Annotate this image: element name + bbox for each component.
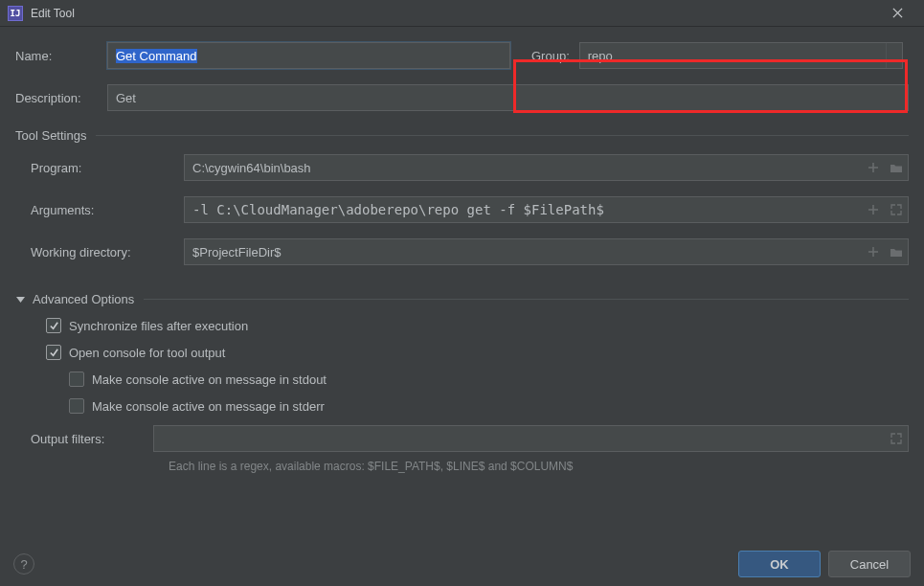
chevron-down-icon	[13, 297, 27, 303]
checkbox-sync-row: Synchronize files after execution	[46, 318, 909, 333]
ok-button[interactable]: OK	[738, 551, 821, 577]
help-icon: ?	[20, 557, 27, 572]
cancel-button[interactable]: Cancel	[828, 551, 911, 577]
section-advanced[interactable]: Advanced Options	[13, 292, 909, 306]
checkbox-stdout-label: Make console active on message in stdout	[92, 372, 327, 387]
check-icon	[49, 321, 59, 331]
section-tool-settings: Tool Settings	[15, 128, 909, 143]
checkbox-open-console[interactable]	[46, 345, 61, 360]
output-filters-row: Output filters:	[15, 425, 909, 452]
plus-icon	[867, 245, 880, 259]
expand-button-args[interactable]	[885, 197, 908, 222]
dialog-content: Name: Group: repo Description: Tool Sett…	[0, 27, 924, 586]
cancel-label: Cancel	[850, 557, 889, 572]
browse-button[interactable]	[885, 155, 908, 180]
output-filters-field	[153, 425, 909, 452]
name-input[interactable]	[107, 42, 510, 69]
plus-icon	[867, 161, 880, 174]
row-description: Description:	[15, 84, 909, 111]
checkbox-stderr[interactable]	[69, 398, 84, 414]
program-label: Program:	[31, 161, 184, 175]
help-button[interactable]: ?	[13, 553, 34, 575]
close-icon	[892, 8, 903, 18]
arguments-field	[184, 196, 909, 223]
insert-macro-button[interactable]	[862, 155, 885, 180]
divider	[144, 299, 909, 300]
checkbox-open-console-row: Open console for tool output	[46, 345, 909, 360]
description-input[interactable]	[107, 84, 909, 111]
output-filters-input[interactable]	[154, 426, 885, 451]
group-wrap: Group: repo	[526, 38, 909, 73]
description-label: Description:	[15, 91, 107, 105]
folder-icon	[890, 245, 903, 259]
expand-icon	[890, 203, 903, 216]
checkbox-stdout[interactable]	[69, 372, 84, 387]
workdir-input[interactable]	[185, 239, 862, 264]
divider	[96, 135, 909, 136]
group-value: repo	[588, 49, 613, 63]
check-icon	[49, 348, 59, 358]
arguments-label: Arguments:	[31, 203, 184, 217]
checkbox-stderr-row: Make console active on message in stderr	[46, 398, 909, 414]
titlebar: IJ Edit Tool	[0, 0, 924, 27]
ok-label: OK	[770, 557, 789, 572]
insert-macro-button-args[interactable]	[862, 197, 885, 222]
row-name-group: Name: Group: repo	[15, 38, 909, 73]
folder-icon	[890, 161, 903, 174]
checkbox-sync[interactable]	[46, 318, 61, 333]
window-title: Edit Tool	[31, 7, 878, 20]
checkbox-stderr-label: Make console active on message in stderr	[92, 399, 325, 414]
close-button[interactable]	[878, 0, 916, 27]
advanced-options: Synchronize files after execution Open c…	[15, 318, 909, 414]
group-label: Group:	[531, 49, 570, 63]
browse-button-wd[interactable]	[885, 239, 908, 264]
name-label: Name:	[15, 49, 107, 63]
program-field	[184, 154, 909, 181]
chevron-down-icon	[886, 43, 902, 68]
workdir-label: Working directory:	[31, 245, 184, 259]
app-icon: IJ	[8, 6, 23, 21]
program-input[interactable]	[185, 155, 862, 180]
tool-settings-grid: Program: Arguments: Working directory:	[15, 154, 909, 265]
section-title-label: Tool Settings	[15, 128, 86, 143]
insert-macro-button-wd[interactable]	[862, 239, 885, 264]
checkbox-stdout-row: Make console active on message in stdout	[46, 372, 909, 387]
expand-button-filters[interactable]	[885, 426, 908, 451]
plus-icon	[867, 203, 880, 216]
workdir-field	[184, 238, 909, 265]
checkbox-open-console-label: Open console for tool output	[69, 346, 225, 360]
output-filters-label: Output filters:	[31, 432, 153, 446]
section-title-label: Advanced Options	[33, 292, 134, 306]
output-filters-hint: Each line is a regex, available macros: …	[15, 460, 909, 473]
group-combo[interactable]: repo	[579, 42, 903, 69]
arguments-input[interactable]	[185, 197, 862, 222]
expand-icon	[890, 432, 903, 445]
dialog-footer: ? OK Cancel	[0, 542, 924, 586]
checkbox-sync-label: Synchronize files after execution	[69, 319, 248, 333]
